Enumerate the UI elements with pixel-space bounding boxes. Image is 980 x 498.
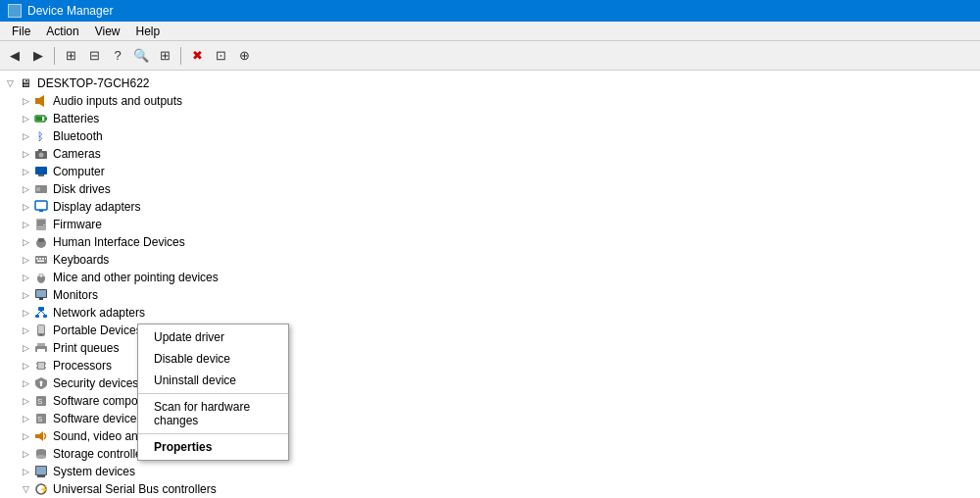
toolbar: ◀ ▶ ⊞ ⊟ ? 🔍 ⊞ ✖ ⊡ ⊕	[0, 41, 980, 71]
tree-item[interactable]: ▷Monitors	[0, 286, 980, 304]
add-hardware-button[interactable]: ⊕	[233, 45, 255, 67]
device-icon	[33, 323, 49, 338]
tree-item[interactable]: ▷Human Interface Devices	[0, 233, 980, 251]
expander-icon[interactable]: ▷	[18, 270, 33, 285]
expand-all-button[interactable]: ⊞	[154, 45, 175, 67]
context-menu-item[interactable]: Scan for hardware changes	[138, 396, 288, 431]
forward-button[interactable]: ▶	[27, 45, 49, 67]
properties-button[interactable]: ⊞	[60, 45, 81, 67]
device-icon	[33, 199, 49, 215]
tree-item[interactable]: ▽⚡Universal Serial Bus controllers	[0, 480, 980, 498]
expander-icon[interactable]: ▷	[18, 181, 33, 197]
disable-button[interactable]: ✖	[186, 45, 208, 67]
expander-icon[interactable]: ▷	[18, 305, 33, 321]
svg-marker-57	[39, 431, 43, 441]
tree-item[interactable]: ▷Computer	[0, 163, 980, 180]
context-menu-separator	[138, 393, 288, 394]
uninstall-button[interactable]: ⊡	[210, 45, 231, 67]
title-bar: Device Manager	[0, 0, 980, 22]
context-menu-separator	[138, 433, 288, 434]
expander-icon[interactable]: ▷	[18, 111, 33, 126]
device-icon: S	[33, 393, 49, 409]
svg-rect-17	[37, 223, 45, 224]
expander-icon[interactable]: ▷	[18, 358, 33, 374]
app-icon	[8, 4, 22, 18]
tree-item[interactable]: ▷Batteries	[0, 110, 980, 127]
menu-item-file[interactable]: File	[4, 23, 38, 40]
svg-rect-0	[35, 98, 39, 104]
root-expander[interactable]: ▽	[2, 75, 18, 91]
svg-rect-23	[39, 258, 41, 260]
svg-line-37	[41, 311, 45, 315]
device-icon	[33, 287, 49, 303]
expander-icon[interactable]: ▷	[18, 93, 33, 109]
expander-icon[interactable]: ▷	[18, 393, 33, 409]
help-button[interactable]: ?	[107, 45, 128, 67]
context-menu-item[interactable]: Properties	[138, 436, 288, 458]
svg-rect-9	[35, 167, 47, 174]
context-menu: Update driverDisable deviceUninstall dev…	[137, 324, 289, 461]
device-label: Bluetooth	[53, 129, 103, 143]
svg-rect-20	[38, 238, 44, 242]
tree-item[interactable]: ▷System devices	[0, 463, 980, 480]
expander-icon[interactable]: ▷	[18, 252, 33, 268]
back-button[interactable]: ◀	[4, 45, 25, 67]
device-icon	[33, 234, 49, 250]
expander-icon[interactable]: ▷	[18, 287, 33, 303]
expander-icon[interactable]: ▽	[18, 481, 33, 497]
context-menu-item[interactable]: Disable device	[138, 348, 288, 370]
menu-item-view[interactable]: View	[87, 23, 128, 40]
context-menu-item[interactable]: Uninstall device	[138, 370, 288, 391]
expander-icon[interactable]: ▷	[18, 411, 33, 426]
scan-button[interactable]: 🔍	[130, 45, 152, 67]
svg-rect-3	[45, 118, 47, 121]
tree-item[interactable]: ▷Mice and other pointing devices	[0, 269, 980, 286]
svg-rect-21	[35, 256, 47, 264]
tree-item[interactable]: ▷Audio inputs and outputs	[0, 92, 980, 110]
tree-item[interactable]: ▷Cameras	[0, 145, 980, 163]
menu-item-action[interactable]: Action	[38, 23, 86, 40]
device-label: Cameras	[53, 147, 101, 161]
svg-text:S: S	[37, 397, 42, 406]
device-label: Batteries	[53, 112, 99, 125]
expander-icon[interactable]: ▷	[18, 464, 33, 479]
device-label: Monitors	[53, 288, 98, 302]
svg-rect-12	[36, 187, 40, 191]
expander-icon[interactable]: ▷	[18, 234, 33, 250]
device-label: Portable Devices	[53, 324, 142, 337]
svg-marker-1	[39, 95, 44, 107]
expander-icon[interactable]: ▷	[18, 128, 33, 144]
expander-icon[interactable]: ▷	[18, 164, 33, 179]
svg-rect-8	[38, 149, 42, 151]
svg-rect-39	[38, 325, 44, 333]
expander-icon[interactable]: ▷	[18, 340, 33, 356]
expander-icon[interactable]: ▷	[18, 217, 33, 232]
expander-icon[interactable]: ▷	[18, 446, 33, 462]
expander-icon[interactable]: ▷	[18, 375, 33, 391]
tree-item[interactable]: ▷Disk drives	[0, 180, 980, 198]
device-icon	[33, 164, 49, 179]
update-driver-button[interactable]: ⊟	[83, 45, 105, 67]
tree-item[interactable]: ▷Network adapters	[0, 304, 980, 322]
svg-rect-14	[39, 210, 43, 212]
device-icon	[33, 375, 49, 391]
expander-icon[interactable]: ▷	[18, 428, 33, 444]
tree-item[interactable]: ▷Display adapters	[0, 198, 980, 216]
tree-item[interactable]: ▷Keyboards	[0, 251, 980, 269]
tree-root[interactable]: ▽ 🖥 DESKTOP-7GCH622	[0, 75, 980, 92]
expander-icon[interactable]: ▷	[18, 323, 33, 338]
device-label: Firmware	[53, 218, 102, 231]
tree-item[interactable]: ▷ᛒBluetooth	[0, 127, 980, 145]
context-menu-item[interactable]: Update driver	[138, 326, 288, 348]
device-label: Network adapters	[53, 306, 145, 320]
expander-icon[interactable]: ▷	[18, 199, 33, 215]
device-icon	[33, 340, 49, 356]
title-text: Device Manager	[27, 4, 113, 18]
tree-item[interactable]: ▷Firmware	[0, 216, 980, 233]
menu-item-help[interactable]: Help	[128, 23, 169, 40]
expander-icon[interactable]: ▷	[18, 146, 33, 162]
svg-rect-35	[43, 315, 47, 318]
svg-rect-62	[36, 467, 46, 474]
svg-point-60	[36, 455, 46, 459]
svg-rect-18	[37, 224, 43, 225]
